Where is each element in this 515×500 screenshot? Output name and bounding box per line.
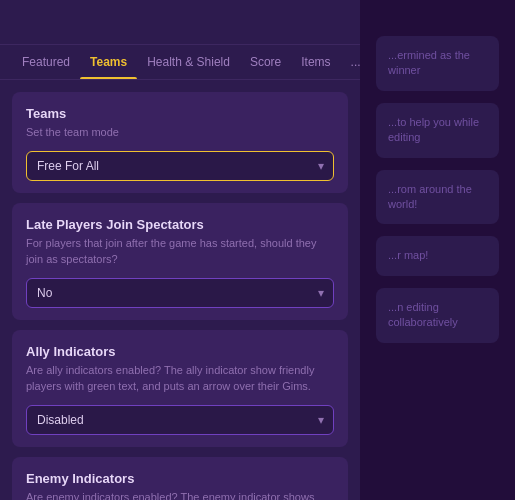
select-teams[interactable]: Free For AllDuosSquadsNo Fill [26,151,334,181]
setting-card-enemy-indicators: Enemy IndicatorsAre enemy indicators ena… [12,457,348,500]
close-button[interactable] [16,14,36,34]
settings-list: TeamsSet the team modeFree For AllDuosSq… [0,80,360,500]
setting-desc-ally-indicators: Are ally indicators enabled? The ally in… [26,363,334,395]
right-panel: ...ermined as the winner...to help you w… [360,0,515,500]
select-wrapper-ally-indicators: DisabledEnabled [26,405,334,435]
map-options-panel: FeaturedTeamsHealth & ShieldScoreItems..… [0,0,360,500]
tab-teams[interactable]: Teams [80,45,137,79]
select-late-players[interactable]: NoYes [26,278,334,308]
tab-more[interactable]: ... [341,45,360,79]
tab-health-shield[interactable]: Health & Shield [137,45,240,79]
right-card-0: ...ermined as the winner [376,36,499,91]
right-card-text-1: ...to help you while editing [388,115,487,146]
setting-title-ally-indicators: Ally Indicators [26,344,334,359]
setting-card-late-players: Late Players Join SpectatorsFor players … [12,203,348,320]
setting-desc-teams: Set the team mode [26,125,334,141]
setting-card-ally-indicators: Ally IndicatorsAre ally indicators enabl… [12,330,348,447]
right-card-3: ...r map! [376,236,499,275]
setting-desc-enemy-indicators: Are enemy indicators enabled? The enemy … [26,490,334,500]
setting-desc-late-players: For players that join after the game has… [26,236,334,268]
right-card-text-2: ...rom around the world! [388,182,487,213]
setting-title-teams: Teams [26,106,334,121]
tab-score[interactable]: Score [240,45,291,79]
select-ally-indicators[interactable]: DisabledEnabled [26,405,334,435]
right-card-1: ...to help you while editing [376,103,499,158]
panel-header [0,0,360,45]
tab-items[interactable]: Items [291,45,340,79]
tabs-bar: FeaturedTeamsHealth & ShieldScoreItems..… [0,45,360,80]
tab-featured[interactable]: Featured [12,45,80,79]
setting-title-enemy-indicators: Enemy Indicators [26,471,334,486]
right-card-4: ...n editing collaboratively [376,288,499,343]
right-card-text-4: ...n editing collaboratively [388,300,487,331]
select-wrapper-teams: Free For AllDuosSquadsNo Fill [26,151,334,181]
setting-title-late-players: Late Players Join Spectators [26,217,334,232]
setting-card-teams: TeamsSet the team modeFree For AllDuosSq… [12,92,348,193]
right-card-text-0: ...ermined as the winner [388,48,487,79]
select-wrapper-late-players: NoYes [26,278,334,308]
right-card-text-3: ...r map! [388,248,487,263]
right-card-2: ...rom around the world! [376,170,499,225]
